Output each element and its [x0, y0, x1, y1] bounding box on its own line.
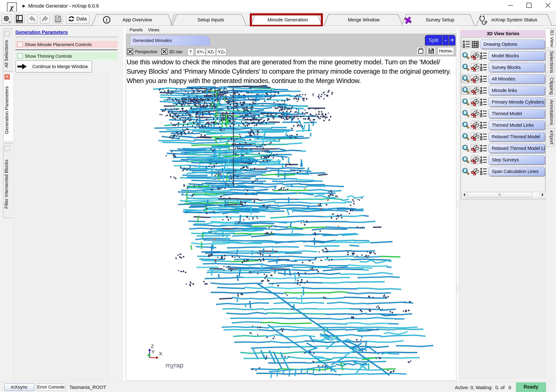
- svg-text:i: i: [106, 17, 108, 23]
- svg-text:X: X: [159, 351, 162, 356]
- svg-text:Z: Z: [151, 344, 154, 349]
- svg-text:mχrap: mχrap: [165, 361, 183, 369]
- svg-text:Y: Y: [152, 349, 155, 354]
